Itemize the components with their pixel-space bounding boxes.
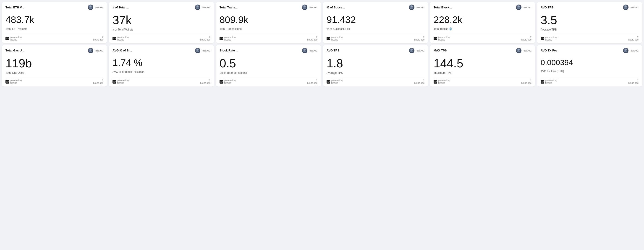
powered-by: powered byflipside xyxy=(434,79,450,84)
card-footer: powered byflipside 2hours ago xyxy=(220,34,318,41)
username: rezarwz xyxy=(94,6,104,9)
card-title: Total Gas U... xyxy=(6,49,24,52)
time-ago: 2hours ago xyxy=(200,79,210,84)
username: rezarwz xyxy=(630,49,638,52)
card-footer: powered byflipside 2hours ago xyxy=(6,77,104,84)
card-user: rezarwz xyxy=(516,48,532,53)
avatar xyxy=(195,4,200,10)
card-header: % of Succe... rezarwz xyxy=(326,4,424,10)
card-label: AVG % of Block Utilization xyxy=(112,70,210,74)
card-header: AVG TPB rezarwz xyxy=(540,4,638,10)
card-label: Average TPB xyxy=(540,28,638,32)
card-header: AVG TPS rezarwz xyxy=(326,48,424,53)
powered-by-text: powered byflipside xyxy=(10,79,22,84)
card-block-rate: Block Rate ... rezarwz 0.5 Block Rate pe… xyxy=(216,45,321,87)
avatar xyxy=(195,48,200,53)
card-value: 3.5 xyxy=(540,11,638,28)
card-title: Block Rate ... xyxy=(220,49,238,52)
powered-by: powered byflipside xyxy=(112,36,129,41)
card-label: Average TPS xyxy=(326,71,424,75)
time-ago: 2hours ago xyxy=(200,36,210,41)
card-value: 809.9k xyxy=(220,12,318,26)
powered-by-text: powered byflipside xyxy=(224,79,236,84)
powered-by: powered byflipside xyxy=(220,36,236,41)
avatar xyxy=(623,48,628,53)
card-max-tps: MAX TPS rezarwz 144.5 Maximum TPS powere… xyxy=(430,45,535,87)
card-value: 91.432 xyxy=(326,12,424,26)
card-title: AVG TPS xyxy=(326,49,339,52)
card-total-transactions: Total Trans... rezarwz 809.9k Total Tran… xyxy=(216,2,321,43)
card-footer: powered byflipside 2hours ago xyxy=(112,77,210,84)
card-footer: powered byflipside 2hours ago xyxy=(6,34,104,41)
card-header: # of Total ... rezarwz xyxy=(112,4,210,10)
card-header: Total ETH V... rezarwz xyxy=(6,4,104,10)
card-user: rezarwz xyxy=(516,4,532,10)
card-header: AVG TX Fee rezarwz xyxy=(540,48,638,53)
time-ago: 2hours ago xyxy=(414,79,424,84)
card-user: rezarwz xyxy=(302,4,318,10)
card-label: Total Transactions xyxy=(220,27,318,31)
card-user: rezarwz xyxy=(88,48,104,53)
powered-by: powered byflipside xyxy=(540,79,557,84)
username: rezarwz xyxy=(416,49,424,52)
avatar xyxy=(88,4,93,10)
card-footer: powered byflipside 2hours ago xyxy=(540,77,638,84)
card-header: MAX TPS rezarwz xyxy=(434,48,532,53)
card-total-eth-volume: Total ETH V... rezarwz 483.7k Total ETH … xyxy=(2,2,107,43)
card-footer: powered byflipside 2hours ago xyxy=(112,34,210,41)
card-footer: powered byflipside 2hours ago xyxy=(434,34,532,41)
powered-by-text: powered byflipside xyxy=(10,36,22,41)
powered-by-text: powered byflipside xyxy=(224,36,236,41)
card-value: 37k xyxy=(112,11,210,28)
card-value: 483.7k xyxy=(6,12,104,26)
avatar xyxy=(516,48,522,53)
powered-by: powered byflipside xyxy=(220,79,236,84)
avatar xyxy=(302,48,308,53)
card-label: Total ETH Volume xyxy=(6,27,104,31)
powered-by: powered byflipside xyxy=(6,36,22,41)
powered-by: powered byflipside xyxy=(112,79,129,84)
card-user: rezarwz xyxy=(88,4,104,10)
powered-by-text: powered byflipside xyxy=(438,79,450,84)
powered-by: powered byflipside xyxy=(434,36,450,41)
powered-by-text: powered byflipside xyxy=(117,36,129,41)
card-title: MAX TPS xyxy=(434,49,447,52)
username: rezarwz xyxy=(308,6,318,9)
username: rezarwz xyxy=(522,6,532,9)
time-ago: 2hours ago xyxy=(93,36,104,41)
card-title: AVG % of Bl... xyxy=(112,49,132,52)
card-user: rezarwz xyxy=(195,48,210,53)
card-header: AVG % of Bl... rezarwz xyxy=(112,48,210,53)
time-ago: 2hours ago xyxy=(522,36,532,41)
card-user: rezarwz xyxy=(623,4,638,10)
powered-by-text: powered byflipside xyxy=(331,36,343,41)
card-footer: powered byflipside 2hours ago xyxy=(326,34,424,41)
username: rezarwz xyxy=(202,6,210,9)
card-value: 1.8 xyxy=(326,55,424,71)
card-label: Total Blocks ⚙️ xyxy=(434,27,532,31)
time-ago: 2hours ago xyxy=(308,79,318,84)
time-ago: 2hours ago xyxy=(628,79,638,84)
dashboard-grid: Total ETH V... rezarwz 483.7k Total ETH … xyxy=(2,2,642,43)
username: rezarwz xyxy=(630,6,638,9)
card-value: 228.2k xyxy=(434,12,532,26)
avatar xyxy=(623,4,628,10)
time-ago: 2hours ago xyxy=(628,36,638,41)
time-ago: 2hours ago xyxy=(522,79,532,84)
time-ago: 2hours ago xyxy=(93,79,104,84)
time-ago: 2hours ago xyxy=(308,36,318,41)
card-title: # of Total ... xyxy=(112,6,129,9)
username: rezarwz xyxy=(416,6,424,9)
avatar xyxy=(302,4,308,10)
card-value: 0.5 xyxy=(220,55,318,71)
powered-by: powered byflipside xyxy=(540,36,557,41)
card-user: rezarwz xyxy=(409,4,424,10)
card-total-gas-used: Total Gas U... rezarwz 119b Total Gas Us… xyxy=(2,45,107,87)
card-avg-tps: AVG TPS rezarwz 1.8 Average TPS powered … xyxy=(323,45,428,87)
card-label: Maximum TPS xyxy=(434,71,532,75)
powered-by-text: powered byflipside xyxy=(438,36,450,41)
card-pct-successful-tx: % of Succe... rezarwz 91.432 % of Succes… xyxy=(323,2,428,43)
card-title: AVG TX Fee xyxy=(540,49,557,52)
card-header: Block Rate ... rezarwz xyxy=(220,48,318,53)
card-title: Total ETH V... xyxy=(6,6,24,9)
